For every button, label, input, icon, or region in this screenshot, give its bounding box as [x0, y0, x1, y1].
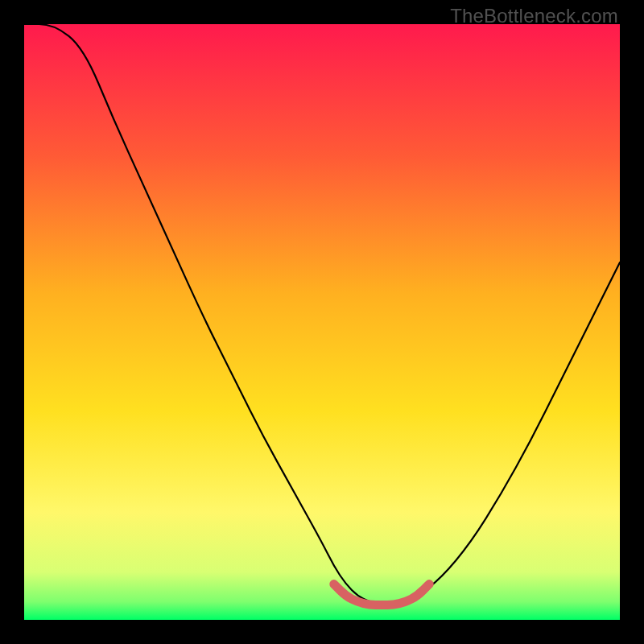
chart-plot-svg: [24, 24, 620, 620]
chart-frame: [24, 24, 620, 620]
bottleneck-curve: [24, 24, 620, 605]
